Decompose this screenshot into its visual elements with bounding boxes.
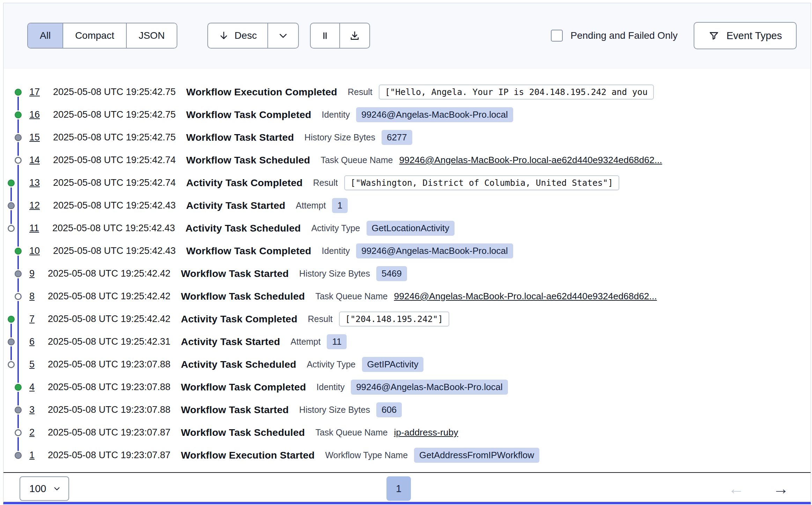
event-row: 9 2025-05-08 UTC 19:25:42.42 Workflow Ta… bbox=[3, 262, 811, 285]
event-timestamp: 2025-05-08 UTC 19:23:07.87 bbox=[48, 427, 170, 438]
event-timestamp: 2025-05-08 UTC 19:23:07.88 bbox=[48, 382, 170, 393]
timeline-gutter bbox=[3, 353, 29, 376]
event-timestamp: 2025-05-08 UTC 19:25:42.42 bbox=[48, 291, 170, 302]
sort-options-button[interactable] bbox=[267, 23, 298, 48]
event-timestamp: 2025-05-08 UTC 19:25:42.75 bbox=[53, 109, 176, 120]
event-id-link[interactable]: 8 bbox=[29, 291, 35, 302]
event-types-button[interactable]: Event Types bbox=[694, 22, 797, 49]
timeline-gutter bbox=[3, 262, 29, 285]
event-row: 1 2025-05-08 UTC 19:23:07.87 Workflow Ex… bbox=[3, 444, 811, 467]
timeline-gutter bbox=[3, 217, 29, 240]
event-types-label: Event Types bbox=[726, 30, 782, 42]
prev-page-arrow-icon[interactable]: ← bbox=[728, 481, 744, 497]
page-size-value: 100 bbox=[29, 483, 46, 495]
event-id-link[interactable]: 16 bbox=[29, 109, 40, 120]
chevron-down-icon bbox=[52, 484, 61, 493]
page-size-select[interactable]: 100 bbox=[20, 476, 69, 501]
pending-failed-filter: Pending and Failed Only bbox=[551, 30, 678, 42]
event-status-dot bbox=[15, 157, 22, 164]
event-attr-label: History Size Bytes bbox=[299, 269, 370, 279]
arrow-down-icon bbox=[219, 30, 229, 41]
event-id-link[interactable]: 17 bbox=[29, 87, 40, 97]
event-name: Workflow Task Started bbox=[181, 404, 289, 416]
event-attr-value[interactable]: ip-address-ruby bbox=[394, 427, 458, 438]
event-attr-value[interactable]: 99246@Angelas-MacBook-Pro.local-ae62d440… bbox=[399, 155, 662, 166]
event-id-link[interactable]: 12 bbox=[29, 200, 40, 211]
event-id-link[interactable]: 13 bbox=[29, 177, 40, 188]
timeline-gutter bbox=[3, 194, 29, 217]
event-attr-value: GetIPActivity bbox=[362, 357, 424, 372]
event-status-dot bbox=[8, 316, 15, 323]
event-id-link[interactable]: 15 bbox=[29, 132, 40, 143]
timeline-gutter bbox=[3, 421, 29, 444]
event-attr-label: History Size Bytes bbox=[299, 405, 370, 415]
event-row: 2 2025-05-08 UTC 19:23:07.87 Workflow Ta… bbox=[3, 421, 811, 444]
tab-json[interactable]: JSON bbox=[126, 23, 177, 48]
event-name: Workflow Execution Started bbox=[181, 449, 315, 461]
page-nav-arrows: ← → bbox=[728, 481, 789, 497]
event-id-link[interactable]: 14 bbox=[29, 155, 40, 166]
event-row: 5 2025-05-08 UTC 19:23:07.88 Activity Ta… bbox=[3, 353, 811, 376]
event-timestamp: 2025-05-08 UTC 19:25:42.43 bbox=[53, 200, 176, 211]
event-id-link[interactable]: 11 bbox=[29, 223, 39, 234]
funnel-icon bbox=[708, 30, 719, 41]
event-status-dot bbox=[15, 407, 22, 413]
event-status-dot bbox=[15, 384, 22, 391]
event-id-link[interactable]: 6 bbox=[29, 336, 35, 347]
event-name: Activity Task Completed bbox=[181, 313, 297, 325]
event-attr-label: Identity bbox=[317, 382, 345, 392]
event-status-dot bbox=[8, 225, 15, 232]
event-attr-label: Identity bbox=[322, 110, 350, 120]
event-status-dot bbox=[15, 111, 22, 118]
event-attr-label: Identity bbox=[322, 246, 350, 256]
chevron-down-icon bbox=[278, 30, 288, 41]
pending-failed-checkbox[interactable] bbox=[551, 30, 563, 42]
event-timestamp: 2025-05-08 UTC 19:25:42.31 bbox=[48, 336, 170, 347]
event-row: 7 2025-05-08 UTC 19:25:42.42 Activity Ta… bbox=[3, 308, 811, 330]
event-attr-value[interactable]: 99246@Angelas-MacBook-Pro.local-ae62d440… bbox=[394, 291, 657, 302]
current-page-button[interactable]: 1 bbox=[386, 476, 411, 501]
event-status-dot bbox=[8, 202, 15, 209]
event-status-dot bbox=[8, 338, 15, 345]
event-list: 17 2025-05-08 UTC 19:25:42.75 Workflow E… bbox=[3, 69, 811, 472]
history-actions-group bbox=[310, 23, 370, 49]
event-name: Workflow Task Scheduled bbox=[181, 427, 305, 438]
event-name: Workflow Task Scheduled bbox=[186, 154, 310, 166]
event-id-link[interactable]: 10 bbox=[29, 246, 40, 256]
pause-button[interactable] bbox=[311, 23, 339, 48]
timeline-gutter bbox=[3, 398, 29, 421]
event-id-link[interactable]: 2 bbox=[29, 427, 35, 438]
event-attr-value: 5469 bbox=[376, 266, 407, 281]
event-timestamp: 2025-05-08 UTC 19:25:42.43 bbox=[52, 223, 175, 234]
event-id-link[interactable]: 5 bbox=[29, 359, 35, 370]
tab-all[interactable]: All bbox=[28, 23, 62, 48]
sort-desc-button[interactable]: Desc bbox=[208, 23, 267, 48]
sort-label: Desc bbox=[235, 30, 257, 41]
event-name: Workflow Task Completed bbox=[186, 109, 311, 120]
timeline-gutter bbox=[3, 376, 29, 398]
tab-compact[interactable]: Compact bbox=[62, 23, 126, 48]
event-attr-label: Attempt bbox=[296, 200, 326, 211]
event-name: Activity Task Scheduled bbox=[185, 222, 301, 234]
event-name: Workflow Task Started bbox=[186, 132, 294, 143]
timeline-gutter bbox=[3, 149, 29, 171]
next-page-arrow-icon[interactable]: → bbox=[773, 481, 789, 497]
event-attr-value: ["Hello, Angela. Your IP is 204.148.195.… bbox=[379, 85, 654, 100]
event-id-link[interactable]: 9 bbox=[29, 268, 35, 279]
event-id-link[interactable]: 3 bbox=[29, 404, 35, 415]
event-id-link[interactable]: 7 bbox=[29, 314, 35, 324]
event-attr-label: Activity Type bbox=[307, 359, 356, 369]
event-timestamp: 2025-05-08 UTC 19:23:07.88 bbox=[48, 359, 170, 370]
event-id-link[interactable]: 1 bbox=[29, 450, 35, 461]
event-attr-value: 6277 bbox=[382, 130, 412, 145]
event-attr-value: 99246@Angelas-MacBook-Pro.local bbox=[356, 107, 513, 122]
event-attr-value: 99246@Angelas-MacBook-Pro.local bbox=[356, 243, 513, 258]
event-timestamp: 2025-05-08 UTC 19:25:42.75 bbox=[53, 87, 176, 97]
event-status-dot bbox=[8, 180, 15, 186]
timeline-gutter bbox=[3, 171, 29, 194]
download-button[interactable] bbox=[339, 23, 369, 48]
event-attr-value: 99246@Angelas-MacBook-Pro.local bbox=[351, 380, 508, 395]
event-id-link[interactable]: 4 bbox=[29, 382, 35, 393]
event-attr-value: GetLocationActivity bbox=[367, 221, 455, 236]
event-attr-label: Result bbox=[313, 178, 338, 188]
